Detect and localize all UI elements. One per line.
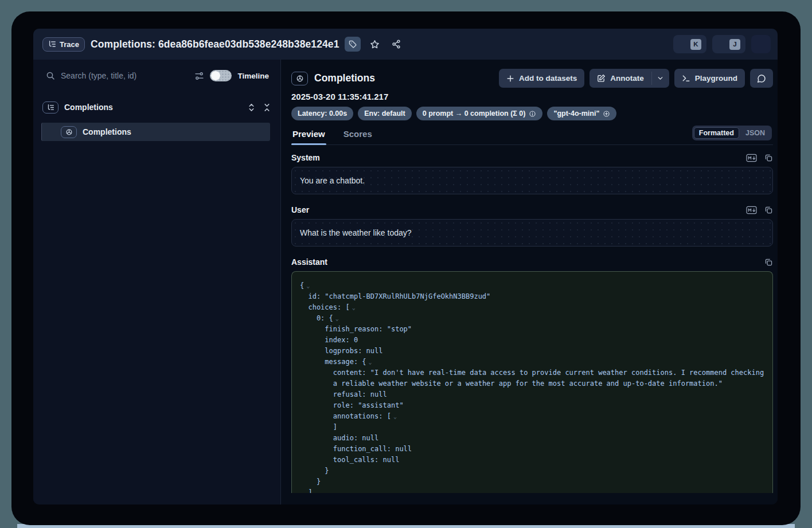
sidebar-search-row: Timeline (33, 60, 280, 92)
json-line: ] (300, 422, 764, 433)
metadata-badge[interactable]: 0 prompt → 0 completion (Σ 0) (416, 107, 543, 120)
trace-header-bar: Trace Completions: 6dea86b6feae03db538e2… (33, 29, 778, 60)
assistant-json-viewer: {⌄ id: "chatcmpl-BD7XRulRhULb7NjGfeOkhN3… (291, 271, 773, 493)
collapse-all-icon[interactable] (263, 103, 271, 112)
keycap-k: K (690, 39, 701, 50)
assistant-section-header: Assistant (291, 257, 773, 267)
system-message-text: You are a chatbot. (300, 176, 365, 185)
chevron-up-icon (678, 40, 686, 48)
observation-header: Completions Add to datasets (291, 69, 773, 88)
json-line-text: tool_calls: null (333, 456, 400, 464)
tree-root-node[interactable]: Completions (42, 99, 271, 116)
json-view-button[interactable]: JSON (740, 127, 770, 139)
chevron-down-icon (657, 75, 664, 82)
favorite-button[interactable] (366, 37, 382, 52)
json-line: tool_calls: null (300, 455, 764, 466)
badge-label: Latency: 0.00s (298, 109, 347, 118)
json-line: refusal: null (300, 389, 764, 400)
share-icon (392, 40, 401, 49)
timeline-toggle-label: Timeline (237, 72, 269, 80)
json-line: content: "I don't have real-time data ac… (300, 367, 764, 389)
tree-node-completions-selected[interactable]: Completions (41, 123, 270, 141)
json-line-text: } (317, 478, 321, 486)
markdown-toggle-icon[interactable] (746, 206, 757, 214)
user-message-box: What is the weather like today? (291, 219, 773, 247)
json-line: } (300, 466, 764, 476)
json-line-text: finish_reason: "stop" (325, 325, 412, 333)
trace-detail-panel: Trace Completions: 6dea86b6feae03db538e2… (33, 29, 778, 504)
json-line: index: 0 (300, 335, 764, 346)
metadata-badge[interactable]: Env: default (358, 107, 412, 120)
generation-icon (296, 75, 304, 83)
collapse-caret-icon[interactable]: ⌄ (393, 413, 397, 420)
timeline-toggle[interactable] (210, 70, 232, 81)
collapse-caret-icon[interactable]: ⌄ (352, 304, 356, 311)
json-line-text: message: { (325, 358, 366, 366)
tab-preview[interactable]: Preview (291, 127, 326, 144)
keycap-j: J (729, 39, 740, 50)
system-label: System (291, 153, 320, 162)
comments-button[interactable] (750, 69, 773, 88)
tab-scores[interactable]: Scores (342, 127, 373, 144)
metadata-badge[interactable]: "gpt-4o-mini" (547, 107, 616, 120)
json-line-text: 0: { (317, 314, 333, 322)
copy-icon[interactable] (764, 154, 773, 162)
json-line: audio: null (300, 433, 764, 444)
json-line: message: {⌄ (300, 357, 764, 367)
badge-label: Env: default (364, 109, 405, 118)
share-button[interactable] (388, 37, 404, 52)
metadata-badges: Latency: 0.00s Env: default 0 prompt → (291, 107, 773, 120)
expand-all-icon[interactable] (247, 103, 256, 112)
collapse-caret-icon[interactable]: ⌄ (369, 359, 372, 365)
playground-label: Playground (695, 74, 737, 83)
delete-trace-button[interactable] (751, 35, 771, 53)
collapse-caret-icon[interactable]: ⌄ (306, 283, 310, 289)
observation-timestamp: 2025-03-20 11:35:41.217 (291, 92, 773, 101)
json-line: function_call: null (300, 444, 764, 455)
tree-controls (247, 103, 271, 112)
json-line: 0: {⌄ (300, 313, 764, 324)
playground-button[interactable]: Playground (674, 69, 745, 88)
formatted-view-button[interactable]: Formatted (694, 127, 739, 139)
annotate-menu-button[interactable] (652, 69, 669, 88)
search-input[interactable] (61, 71, 189, 80)
trace-type-badge: Trace (42, 37, 85, 52)
json-line-text: { (300, 281, 304, 290)
trace-tree-sidebar: Timeline Completions (33, 60, 281, 504)
tag-icon (348, 40, 357, 49)
collapse-caret-icon[interactable]: ⌄ (335, 315, 339, 322)
badge-label: 0 prompt → 0 completion (Σ 0) (423, 109, 526, 118)
user-message-text: What is the weather like today? (300, 228, 412, 237)
trash-icon (756, 40, 766, 49)
annotate-button[interactable]: Annotate (590, 69, 651, 88)
json-line-text: role: "assistant" (333, 401, 404, 409)
add-to-datasets-button[interactable]: Add to datasets (499, 69, 584, 88)
view-settings-icon[interactable] (194, 71, 204, 81)
markdown-toggle-icon[interactable] (746, 154, 757, 162)
view-format-toggle: Formatted JSON (692, 126, 772, 140)
user-section-header: User (291, 205, 773, 214)
tree-child-label: Completions (83, 127, 131, 136)
copy-icon[interactable] (764, 206, 773, 214)
navigate-down-button[interactable]: J (712, 35, 745, 53)
json-line-text: audio: null (333, 434, 378, 442)
json-line: logprobs: null (300, 346, 764, 357)
list-tree-icon (48, 40, 56, 48)
comment-bubble-icon (757, 74, 766, 83)
tag-button[interactable] (345, 37, 361, 52)
metadata-badge[interactable]: Latency: 0.00s (291, 107, 353, 120)
content-split: Timeline Completions (33, 60, 778, 504)
generation-node-badge (61, 126, 77, 138)
navigate-up-button[interactable]: K (673, 35, 706, 53)
user-section-icons (746, 206, 773, 214)
assistant-section-icons (764, 258, 773, 267)
json-line-text: annotations: [ (333, 412, 391, 420)
json-line-text: id: "chatcmpl-BD7XRulRhULb7NjGfeOkhN3BB9… (308, 292, 490, 300)
add-to-datasets-label: Add to datasets (519, 74, 577, 83)
observation-detail: Completions Add to datasets (281, 60, 778, 504)
json-line-text: ] (333, 423, 337, 431)
copy-icon[interactable] (764, 258, 773, 267)
badge-label: "gpt-4o-mini" (553, 109, 599, 118)
info-icon (529, 110, 536, 118)
annotate-pencil-icon (597, 74, 606, 83)
